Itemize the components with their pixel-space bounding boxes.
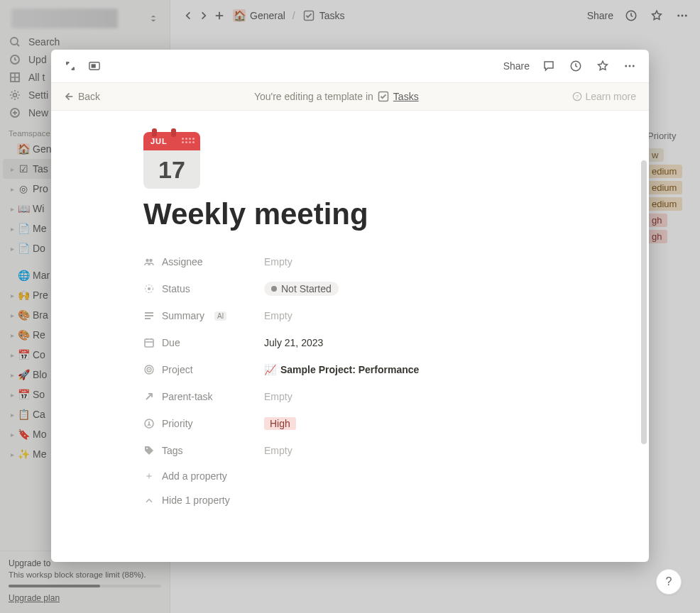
property-key[interactable]: Project [143,364,264,375]
status-value[interactable]: Not Started [264,282,339,296]
property-row-due: Due July 21, 2023 [143,329,564,356]
help-label: ? [666,575,672,588]
property-key-label: Status [162,283,190,294]
property-row-priority: Priority High [143,410,564,437]
project-value[interactable]: 📈Sample Project: Performance [264,364,564,375]
property-key[interactable]: Due [143,337,264,348]
tag-icon [143,445,155,456]
property-key-label: Summary [162,310,204,321]
properties-list: Assignee Empty Status Not Started Summar… [143,248,564,464]
help-icon: ? [572,92,582,101]
star-icon [596,60,609,72]
property-row-assignee: Assignee Empty [143,248,564,275]
expand-button[interactable] [62,58,78,74]
svg-point-14 [629,65,631,67]
property-row-status: Status Not Started [143,275,564,302]
svg-point-13 [625,65,627,67]
ai-badge: AI [214,311,226,321]
shield-down-icon [143,418,155,429]
property-key[interactable]: Parent-task [143,391,264,402]
property-key-label: Assignee [162,256,203,267]
status-icon [143,283,155,294]
property-key[interactable]: Tags [143,445,264,456]
property-key-label: Tags [162,445,183,456]
target-icon [143,364,155,375]
hide-property-label: Hide 1 property [162,495,230,506]
property-row-summary: SummaryAI Empty [143,302,564,329]
property-row-project: Project 📈Sample Project: Performance [143,356,564,383]
modal-body: JUL 17 Weekly meeting Assignee Empty Sta… [51,111,649,562]
arrow-left-icon [64,92,74,101]
peek-mode-button[interactable] [87,58,102,74]
property-value[interactable]: Empty [264,391,292,402]
modal-favorite-button[interactable] [595,58,611,74]
svg-point-20 [149,259,152,262]
people-icon [143,256,155,267]
page-icon[interactable]: JUL 17 [143,132,200,189]
property-value[interactable]: July 21, 2023 [264,337,323,348]
lines-icon [143,310,155,321]
svg-point-22 [148,287,151,290]
comments-button[interactable] [541,58,557,74]
modal-toolbar: Share [51,50,649,82]
clock-icon [569,60,582,72]
learn-more-link[interactable]: ? Learn more [572,91,636,102]
calendar-month: JUL [151,137,168,145]
svg-point-26 [148,369,150,370]
svg-point-19 [146,259,148,262]
calendar-day: 17 [158,156,185,184]
checkbox-icon [378,91,389,102]
chevron-up-icon [143,496,155,504]
property-key-label: Due [162,337,180,348]
property-row-tags: Tags Empty [143,437,564,464]
property-value[interactable]: Empty [264,256,292,267]
add-property-button[interactable]: ＋ Add a property [143,464,564,488]
property-key[interactable]: Assignee [143,256,264,267]
banner-back-label: Back [78,91,100,102]
plus-icon: ＋ [143,470,155,482]
expand-icon [65,61,75,71]
banner-db-link[interactable]: Tasks [393,91,419,102]
page-title[interactable]: Weekly meeting [143,197,564,231]
banner-back-button[interactable]: Back [64,91,100,102]
peek-icon [89,61,100,71]
modal-more-button[interactable] [622,58,638,74]
svg-point-15 [633,65,635,67]
template-editor-modal: Share Back You're editing a template in … [51,50,649,562]
priority-value[interactable]: High [264,417,296,430]
template-banner: Back You're editing a template in Tasks … [51,82,649,111]
property-row-parent-task: Parent-task Empty [143,383,564,410]
chart-icon: 📈 [264,364,276,375]
property-value[interactable]: Empty [264,445,292,456]
svg-text:?: ? [576,94,579,100]
modal-updates-button[interactable] [568,58,584,74]
modal-share-button[interactable]: Share [503,60,530,72]
property-key-label: Project [162,364,193,375]
property-key[interactable]: Status [143,283,264,294]
comment-icon [542,60,555,72]
svg-rect-11 [92,64,96,67]
learn-more-label: Learn more [585,91,636,102]
hide-property-button[interactable]: Hide 1 property [143,488,564,512]
dots-icon [623,60,636,72]
property-key[interactable]: Priority [143,418,264,429]
property-key-label: Parent-task [162,391,213,402]
svg-point-28 [146,448,148,449]
scrollbar-thumb[interactable] [641,160,647,444]
banner-message: You're editing a template in [254,91,373,102]
help-button[interactable]: ? [656,569,682,595]
property-key[interactable]: SummaryAI [143,310,264,321]
property-key-label: Priority [162,418,193,429]
calendar-icon [143,337,155,348]
arrow-up-right-icon [143,391,155,402]
add-property-label: Add a property [162,470,227,482]
property-value[interactable]: Empty [264,310,292,321]
svg-rect-23 [145,339,153,347]
